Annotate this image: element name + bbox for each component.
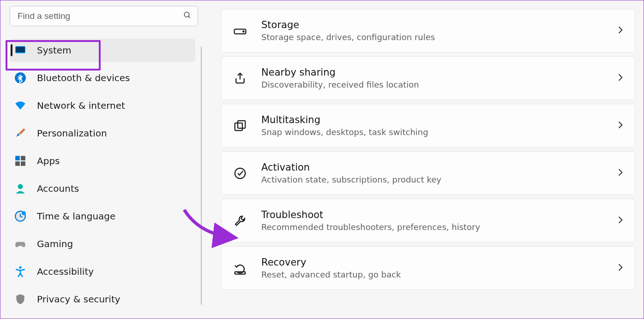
card-subtitle: Activation state, subscriptions, product… <box>261 175 604 184</box>
shield-icon <box>13 293 27 306</box>
sidebar-item-label: Personalization <box>37 128 107 139</box>
svg-point-12 <box>19 266 21 269</box>
sidebar-item-bluetooth[interactable]: Bluetooth & devices <box>10 66 195 89</box>
brush-icon <box>13 127 27 140</box>
check-circle-icon <box>232 165 248 182</box>
card-storage[interactable]: Storage Storage space, drives, configura… <box>221 9 635 53</box>
apps-icon <box>13 154 27 168</box>
account-icon <box>13 182 27 195</box>
chevron-right-icon <box>617 73 624 83</box>
card-body: Storage Storage space, drives, configura… <box>261 19 604 42</box>
sidebar-item-apps[interactable]: Apps <box>10 149 195 172</box>
card-body: Troubleshoot Recommended troubleshooters… <box>261 209 604 232</box>
display-icon <box>13 44 27 57</box>
sidebar-item-label: Time & language <box>37 211 115 222</box>
card-title: Troubleshoot <box>261 209 604 220</box>
card-subtitle: Discoverability, received files location <box>261 80 604 89</box>
sidebar-item-label: Bluetooth & devices <box>37 72 130 83</box>
card-body: Recovery Reset, advanced startup, go bac… <box>261 257 604 279</box>
card-title: Storage <box>261 19 604 30</box>
settings-main: Storage Storage space, drives, configura… <box>203 0 644 319</box>
sidebar-item-system[interactable]: System <box>10 39 195 62</box>
chevron-right-icon <box>617 26 624 36</box>
search-input[interactable] <box>10 6 198 26</box>
sidebar-item-accounts[interactable]: Accounts <box>10 177 195 200</box>
sidebar-item-privacy[interactable]: Privacy & security <box>10 288 195 311</box>
svg-rect-3 <box>16 47 25 52</box>
svg-rect-5 <box>15 156 20 160</box>
card-body: Multitasking Snap windows, desktops, tas… <box>261 114 604 137</box>
search-icon <box>183 11 192 21</box>
svg-line-1 <box>188 16 190 18</box>
card-nearby-sharing[interactable]: Nearby sharing Discoverability, received… <box>221 56 635 100</box>
card-title: Nearby sharing <box>261 67 604 78</box>
sidebar-item-accessibility[interactable]: Accessibility <box>10 260 195 283</box>
card-troubleshoot[interactable]: Troubleshoot Recommended troubleshooters… <box>221 199 635 242</box>
svg-point-9 <box>18 184 23 189</box>
sidebar-item-gaming[interactable]: Gaming <box>10 232 195 255</box>
sidebar-item-label: Accessibility <box>37 266 94 277</box>
chevron-right-icon <box>617 168 624 178</box>
sidebar-item-time[interactable]: Time & language <box>10 205 195 228</box>
card-subtitle: Snap windows, desktops, task switching <box>261 127 604 137</box>
recovery-icon <box>232 260 248 277</box>
card-multitasking[interactable]: Multitasking Snap windows, desktops, tas… <box>221 104 635 148</box>
sidebar-item-label: Privacy & security <box>37 294 120 305</box>
sidebar-item-label: Gaming <box>37 238 73 249</box>
card-subtitle: Storage space, drives, configuration rul… <box>261 32 604 42</box>
clock-icon <box>13 210 27 223</box>
card-body: Nearby sharing Discoverability, received… <box>261 67 604 89</box>
accessibility-icon <box>13 265 27 278</box>
sidebar-item-label: System <box>37 45 72 56</box>
chevron-right-icon <box>617 263 624 273</box>
multitasking-icon <box>232 118 248 134</box>
svg-point-14 <box>243 31 244 32</box>
search-container <box>10 6 198 26</box>
wrench-icon <box>232 213 248 229</box>
wifi-icon <box>13 99 27 112</box>
chevron-right-icon <box>617 121 624 131</box>
svg-rect-15 <box>235 123 242 130</box>
storage-icon <box>232 23 248 39</box>
sidebar-item-label: Network & internet <box>37 100 125 111</box>
svg-point-11 <box>22 211 26 215</box>
sidebar-item-personalization[interactable]: Personalization <box>10 122 195 145</box>
sidebar-item-label: Apps <box>37 155 60 166</box>
svg-point-17 <box>235 168 246 178</box>
svg-rect-16 <box>238 120 245 128</box>
card-title: Activation <box>261 162 604 173</box>
svg-rect-8 <box>21 161 25 166</box>
card-subtitle: Reset, advanced startup, go back <box>261 270 604 279</box>
settings-sidebar: System Bluetooth & devices Network & int… <box>0 0 203 319</box>
card-subtitle: Recommended troubleshooters, preferences… <box>261 222 604 232</box>
sidebar-item-label: Accounts <box>37 183 79 194</box>
bluetooth-icon <box>13 71 27 85</box>
gamepad-icon <box>13 237 27 251</box>
svg-point-0 <box>184 12 189 17</box>
chevron-right-icon <box>617 216 624 226</box>
svg-rect-6 <box>21 156 25 160</box>
card-title: Multitasking <box>261 114 604 125</box>
card-body: Activation Activation state, subscriptio… <box>261 162 604 184</box>
card-title: Recovery <box>261 257 604 268</box>
card-activation[interactable]: Activation Activation state, subscriptio… <box>221 151 635 195</box>
nav-list: System Bluetooth & devices Network & int… <box>10 36 202 313</box>
card-recovery[interactable]: Recovery Reset, advanced startup, go bac… <box>221 246 635 290</box>
sidebar-scrollbar[interactable] <box>201 47 202 305</box>
svg-rect-7 <box>15 161 20 166</box>
share-icon <box>232 70 248 87</box>
sidebar-item-network[interactable]: Network & internet <box>10 94 195 117</box>
